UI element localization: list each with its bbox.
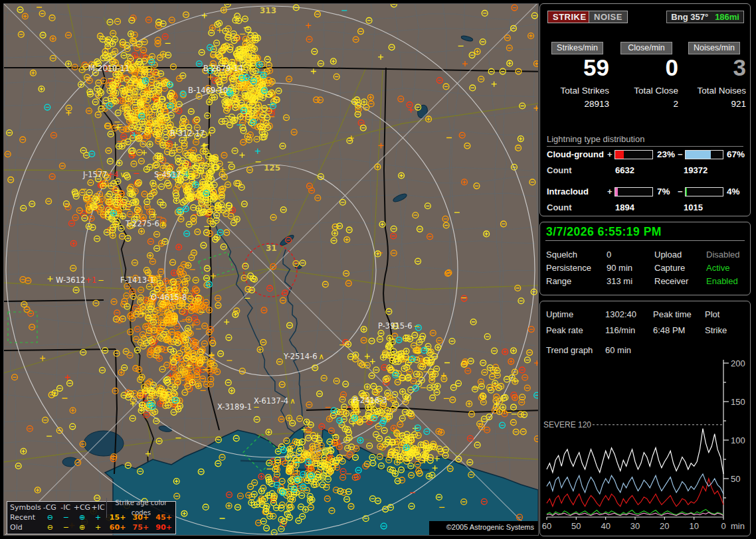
cg-neg-bar: [685, 150, 723, 159]
storm-cell-label: T-2275-6∧: [125, 219, 166, 228]
age-75: 75+: [130, 522, 153, 532]
status-row: Persistence 90 min Capture Active: [540, 263, 751, 273]
plot-mode-value: Strike: [705, 325, 727, 335]
legend-header-row: Symbols -CG -IC +CG +IC Strike age color…: [7, 502, 175, 512]
peak-rate-value: 116/min: [605, 325, 635, 335]
cloud-ground-count-row: Count 6632 19372: [540, 165, 751, 176]
ring-label: 313: [260, 6, 276, 15]
cg-pos-count: 6632: [615, 165, 634, 175]
storm-cell-label: P-2416-3: [353, 396, 387, 405]
status-panel: 3/7/2026 6:55:19 PM Squelch 0 Upload Dis…: [539, 222, 751, 295]
capture-status: Active: [706, 263, 729, 273]
trend-series-cg-neg: [547, 474, 723, 494]
ic-neg-pct: 4%: [727, 187, 740, 196]
storm-cell-label: Y-2514-6∧: [283, 352, 324, 361]
ic-neg-count: 1015: [684, 202, 703, 212]
noises-per-min-chip: Noises/min: [688, 42, 740, 54]
storm-cell-label: M-2010-11: [88, 64, 130, 73]
legend-old-label: Old: [7, 522, 42, 532]
x-axis-unit: min: [731, 521, 745, 531]
ic-pos-bar: [614, 187, 653, 196]
total-strikes-value: 28913: [584, 99, 609, 109]
upload-label: Upload: [654, 250, 682, 260]
age-90: 90+: [152, 522, 175, 532]
close-stat-column: Close/min 0 Total Close 2: [613, 42, 680, 115]
range-value: 313 mi: [607, 276, 632, 286]
storm-cell-label: X-3189-1−: [217, 402, 260, 412]
y-tick-label: 50: [731, 474, 740, 484]
ic-neg-bar: [685, 187, 723, 196]
ring-label: 125: [264, 163, 280, 173]
trend-panel: Uptime 1302:40 Peak time Plot Peak rate …: [539, 301, 751, 536]
bearing-label: Bng 357°: [671, 12, 708, 22]
count-label: Count: [547, 165, 572, 175]
storm-cell-label: S-4517-4∨: [154, 170, 196, 179]
ring-label: 31: [266, 244, 277, 253]
count-label: Count: [547, 202, 572, 212]
cg-pos-old-icon: ⊕: [74, 522, 90, 532]
strikes-stat-column: Strikes/min 59 Total Strikes 28913: [544, 42, 611, 115]
y-tick-label: 200: [731, 358, 745, 368]
noises-stat-column: Noises/min 3 Total Noises 921: [681, 42, 747, 115]
upload-status: Disabled: [706, 250, 740, 260]
total-noises-value: 921: [731, 99, 746, 109]
legend-col-ic-neg: -IC: [58, 502, 74, 512]
uptime-label: Uptime: [546, 309, 573, 319]
divider: [545, 240, 745, 241]
x-tick-label: 10: [689, 521, 698, 531]
legend-col-ic-pos: +IC: [90, 502, 106, 512]
storm-cell-label: P-3915-6−: [378, 321, 420, 331]
peak-time-label: Peak time: [653, 309, 692, 319]
legend-recent-row: Recent ⊖ − ⊕ + 15+ 30+ 45+: [7, 512, 175, 522]
cloud-ground-row: Cloud-ground + 23% − 67%: [540, 149, 751, 160]
x-tick-label: 40: [601, 521, 610, 531]
age-15: 15+: [106, 512, 130, 522]
lightning-map[interactable]: 31312531M-2010-11B-2679-14B-1469-10−R-31…: [4, 4, 538, 535]
storm-cell-label: B-2679-14: [203, 64, 243, 73]
x-tick-label: 60: [542, 521, 551, 531]
cg-pos-pct: 23%: [657, 149, 675, 159]
status-row: Squelch 0 Upload Disabled: [540, 250, 751, 260]
noise-toggle-button[interactable]: NOISE: [589, 11, 628, 23]
intracloud-label: Intracloud: [547, 187, 589, 196]
storm-cell-label: F-1413-1: [120, 275, 155, 285]
cg-pos-bar: [614, 150, 653, 159]
map-canvas: 31312531M-2010-11B-2679-14B-1469-10−R-31…: [4, 4, 538, 535]
cg-neg-pct: 67%: [727, 149, 745, 159]
minus-sign: −: [678, 187, 683, 196]
close-per-min-chip: Close/min: [620, 42, 672, 54]
minus-sign: −: [678, 149, 683, 159]
trend-series-cg-pos: [547, 479, 723, 506]
status-row: Range 313 mi Receiver Enabled: [540, 276, 751, 287]
trend-series-total: [547, 429, 723, 474]
severe-threshold-label: SEVERE 120: [543, 420, 591, 429]
ic-neg-old-icon: −: [58, 522, 74, 532]
cg-neg-old-icon: ⊖: [42, 522, 58, 532]
uptime-value: 1302:40: [605, 309, 636, 319]
cg-pos-recent-icon: ⊕: [74, 512, 90, 522]
age-60: 60+: [106, 522, 130, 532]
peak-rate-label: Peak rate: [546, 325, 583, 335]
legend-old-row: Old ⊖ − ⊕ + 60+ 75+ 90+: [7, 522, 175, 532]
bearing-distance: 186mi: [715, 12, 739, 22]
range-label: Range: [546, 276, 571, 286]
info-row: Uptime 1302:40 Peak time Plot: [540, 309, 751, 320]
total-strikes-label: Total Strikes: [560, 86, 609, 96]
total-close-label: Total Close: [634, 86, 678, 96]
legend-col-cg-neg: -CG: [42, 502, 58, 512]
strikes-per-min-chip: Strikes/min: [551, 42, 603, 54]
y-tick-label: 100: [731, 435, 745, 445]
storm-cell-label: X-6137-4∧: [254, 396, 296, 406]
x-tick-label: 0: [721, 521, 725, 531]
cg-neg-recent-icon: ⊖: [42, 512, 58, 522]
plot-label: Plot: [705, 309, 719, 319]
info-row: Peak rate 116/min 6:48 PM Strike: [540, 325, 751, 336]
cg-neg-count: 19372: [684, 165, 708, 175]
noises-rate-value: 3: [733, 56, 746, 80]
strike-toggle-button[interactable]: STRIKE: [547, 11, 592, 23]
squelch-label: Squelch: [546, 250, 577, 260]
legend-recent-label: Recent: [7, 512, 42, 522]
datetime-display: 3/7/2026 6:55:19 PM: [546, 225, 662, 239]
age-45: 45+: [152, 512, 175, 522]
x-tick-label: 20: [660, 521, 669, 531]
